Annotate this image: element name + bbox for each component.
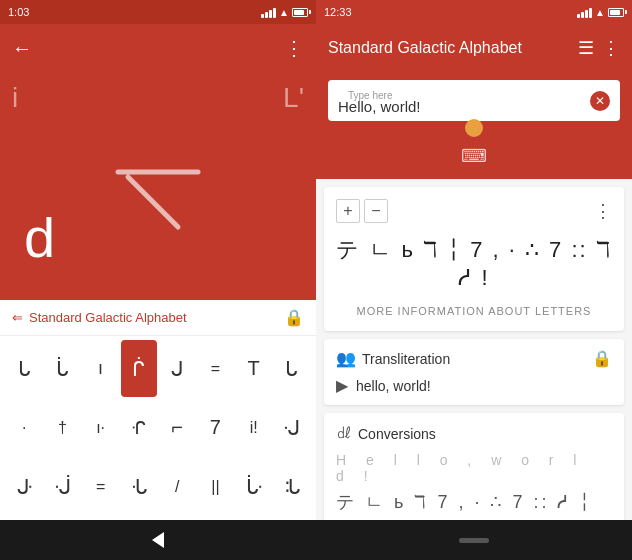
transliteration-card: 👥 Transliteration 🔒 ▶ hello, world! <box>324 339 624 405</box>
left-corner-char-right: L' <box>283 82 304 114</box>
right-more-icon[interactable]: ⋮ <box>602 37 620 59</box>
key-3b[interactable]: ᒚ <box>44 459 80 516</box>
conv-spaced-text: H e l l o , w o r l d ! <box>336 452 612 484</box>
key-2a[interactable]: · <box>6 399 42 456</box>
key-t1[interactable]: T <box>236 340 272 397</box>
left-signal-icon <box>261 6 276 18</box>
more-info-button[interactable]: MORE INFORMATION ABOUT LETTERS <box>336 299 612 319</box>
play-text: hello, world! <box>356 378 431 394</box>
keyboard-icon-row: ⌨ <box>328 145 620 167</box>
card-area: + − ⋮ テ ㄴ ь ℸ ╎ 7 , · ∴ 7 :: ℸ ᓱ ! MORE … <box>316 179 632 520</box>
clear-input-button[interactable]: ✕ <box>590 91 610 111</box>
galactic-display-card: + − ⋮ テ ㄴ ь ℸ ╎ 7 , · ∴ 7 :: ℸ ᓱ ! MORE … <box>324 187 624 331</box>
left-corner-char: i <box>12 82 18 114</box>
card-options-icon[interactable]: ⋮ <box>594 200 612 222</box>
transliteration-lock-icon[interactable]: 🔒 <box>592 349 612 368</box>
left-battery-icon <box>292 8 308 17</box>
left-roman-char: d <box>24 205 55 270</box>
key-2e[interactable]: ⌐ <box>159 399 195 456</box>
right-toolbar: Standard Galactic Alphabet ☰ ⋮ <box>316 24 632 72</box>
left-wifi-icon: ▲ <box>279 7 289 18</box>
right-status-icons: ▲ <box>577 6 624 18</box>
conv-roman-spaced: H e l l o , w o r l d ! <box>336 452 584 484</box>
conversions-card: ㎗ Conversions H e l l o , w o r l d ! テ … <box>324 413 624 520</box>
transliteration-label: Transliteration <box>362 351 592 367</box>
list-icon[interactable]: ☰ <box>578 37 594 59</box>
back-icon[interactable]: ← <box>12 37 32 60</box>
key-3h[interactable]: ᒠ <box>274 459 310 516</box>
slider-row <box>328 123 620 137</box>
conversions-icon: ㎗ <box>336 423 352 444</box>
galactic-large-svg <box>108 152 208 232</box>
keyboard-header-icon: ⇐ <box>12 310 23 325</box>
key-3f[interactable]: || <box>197 459 233 516</box>
transliteration-header: 👥 Transliteration 🔒 <box>336 349 612 368</box>
galactic-text-display: テ ㄴ ь ℸ ╎ 7 , · ∴ 7 :: ℸ ᓱ ! <box>336 227 612 299</box>
right-panel: 12:33 ▲ Standard Galactic Alphabet ☰ ⋮ T… <box>316 0 632 560</box>
zoom-in-button[interactable]: + <box>336 199 360 223</box>
key-r[interactable]: ᒐ <box>6 340 42 397</box>
left-status-bar: 1:03 ▲ <box>0 0 316 24</box>
left-panel: 1:03 ▲ ← ⋮ i L' <box>0 0 316 560</box>
right-status-bar: 12:33 ▲ <box>316 0 632 24</box>
more-icon[interactable]: ⋮ <box>284 36 304 60</box>
conv-galactic-row: テ ㄴ ь ℸ 7 , · ∴ 7 :: ᓱ ╎ <box>336 490 612 514</box>
key-2d[interactable]: ᒔ <box>121 399 157 456</box>
keyboard-grid: ᒐ ᒑ ı ᒌ ᒍ = T ᒐ · † ı· ᒔ ⌐ 7 i! ᒘ ᒙ ᒚ = … <box>0 336 316 520</box>
key-i[interactable]: ı <box>83 340 119 397</box>
right-battery-icon <box>608 8 624 17</box>
play-row: ▶ hello, world! <box>336 376 612 395</box>
right-time: 12:33 <box>324 6 352 18</box>
right-signal-icon <box>577 6 592 18</box>
right-wifi-icon: ▲ <box>595 7 605 18</box>
keyboard-header-title: Standard Galactic Alphabet <box>29 310 187 325</box>
play-icon[interactable]: ▶ <box>336 376 348 395</box>
input-area: Type here Hello, world! ✕ ⌨ <box>316 72 632 179</box>
left-toolbar: ← ⋮ <box>0 24 316 72</box>
zoom-controls: + − <box>336 199 388 223</box>
input-label: Type here <box>348 90 392 101</box>
input-box: Type here Hello, world! ✕ <box>328 80 620 121</box>
left-main-area: i L' d <box>0 72 316 300</box>
keyboard-toggle-icon[interactable]: ⌨ <box>461 145 487 167</box>
key-2b[interactable]: † <box>44 399 80 456</box>
left-keyboard-panel: ⇐ Standard Galactic Alphabet 🔒 ᒐ ᒑ ı ᒌ ᒍ… <box>0 300 316 520</box>
key-3c[interactable]: = <box>83 459 119 516</box>
key-e[interactable]: = <box>197 340 233 397</box>
right-home-nav-indicator[interactable] <box>459 538 489 543</box>
conversions-header: ㎗ Conversions <box>336 423 612 444</box>
left-status-icons: ▲ <box>261 6 308 18</box>
key-3g[interactable]: ᒟ <box>236 459 272 516</box>
zoom-out-button[interactable]: − <box>364 199 388 223</box>
key-l[interactable]: ᒍ <box>159 340 195 397</box>
galactic-card-top: + − ⋮ <box>336 199 612 223</box>
key-2g[interactable]: i! <box>236 399 272 456</box>
right-toolbar-title: Standard Galactic Alphabet <box>328 39 570 57</box>
galactic-rendered-text: テ ㄴ ь ℸ ╎ 7 , · ∴ 7 :: ℸ ᓱ ! <box>336 237 612 290</box>
conversions-label: Conversions <box>358 426 436 442</box>
left-time: 1:03 <box>8 6 29 18</box>
transliteration-icon: 👥 <box>336 349 356 368</box>
right-nav-bar <box>316 520 632 560</box>
key-t2[interactable]: ᒐ <box>274 340 310 397</box>
key-2f[interactable]: 7 <box>197 399 233 456</box>
key-3d[interactable]: ᒜ <box>121 459 157 516</box>
left-char-display: i L' d <box>0 72 316 300</box>
key-3e[interactable]: / <box>159 459 195 516</box>
key-3a[interactable]: ᒙ <box>6 459 42 516</box>
key-2h[interactable]: ᒘ <box>274 399 310 456</box>
galactic-symbol-display <box>108 152 208 241</box>
left-back-nav-icon[interactable] <box>152 532 164 548</box>
conv-galactic-text: テ ㄴ ь ℸ 7 , · ∴ 7 :: ᓱ ╎ <box>336 492 593 512</box>
keyboard-header-lock-icon[interactable]: 🔒 <box>284 308 304 327</box>
keyboard-header: ⇐ Standard Galactic Alphabet 🔒 <box>0 300 316 336</box>
svg-line-1 <box>128 177 178 227</box>
slider-knob[interactable] <box>465 119 483 137</box>
left-nav-bar <box>0 520 316 560</box>
key-s[interactable]: ᒑ <box>44 340 80 397</box>
key-highlighted[interactable]: ᒌ <box>121 340 157 397</box>
key-2c[interactable]: ı· <box>83 399 119 456</box>
